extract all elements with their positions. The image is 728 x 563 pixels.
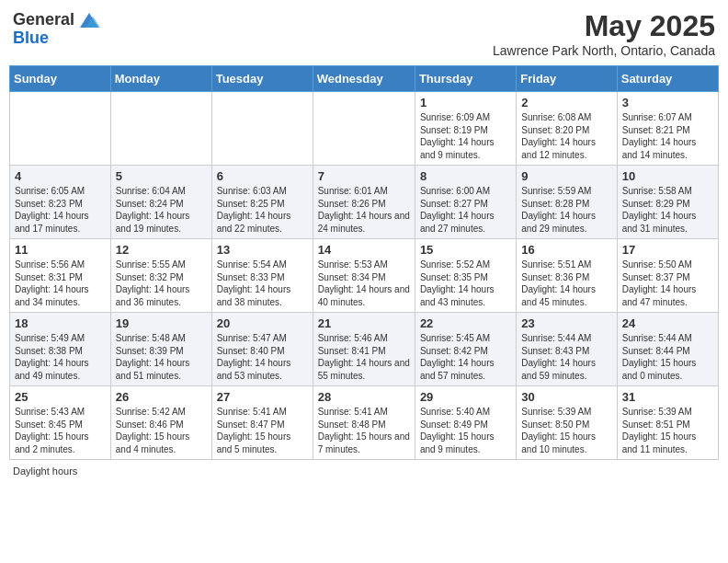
day-number: 16	[521, 243, 611, 257]
cell-content: Sunrise: 6:05 AM Sunset: 8:23 PM Dayligh…	[15, 185, 106, 235]
calendar-cell: 26Sunrise: 5:42 AM Sunset: 8:46 PM Dayli…	[110, 386, 211, 460]
daylight-label: Daylight hours	[13, 465, 77, 477]
calendar-cell: 11Sunrise: 5:56 AM Sunset: 8:31 PM Dayli…	[10, 239, 111, 313]
calendar-cell: 5Sunrise: 6:04 AM Sunset: 8:24 PM Daylig…	[110, 166, 211, 239]
day-number: 11	[15, 243, 106, 257]
day-number: 27	[217, 390, 308, 404]
cell-content: Sunrise: 5:40 AM Sunset: 8:49 PM Dayligh…	[420, 406, 511, 455]
day-number: 3	[622, 96, 713, 109]
calendar-day-header: Friday	[517, 66, 617, 92]
day-number: 30	[521, 390, 611, 404]
cell-content: Sunrise: 6:08 AM Sunset: 8:20 PM Dayligh…	[521, 111, 611, 161]
day-number: 13	[217, 243, 308, 257]
calendar-cell: 15Sunrise: 5:52 AM Sunset: 8:35 PM Dayli…	[415, 239, 516, 313]
day-number: 15	[420, 243, 511, 257]
cell-content: Sunrise: 5:44 AM Sunset: 8:44 PM Dayligh…	[622, 332, 713, 382]
day-number: 22	[420, 316, 511, 330]
calendar-cell: 25Sunrise: 5:43 AM Sunset: 8:45 PM Dayli…	[10, 386, 111, 460]
cell-content: Sunrise: 5:52 AM Sunset: 8:35 PM Dayligh…	[420, 259, 511, 308]
calendar-cell: 20Sunrise: 5:47 AM Sunset: 8:40 PM Dayli…	[211, 313, 313, 386]
calendar-week-row: 18Sunrise: 5:49 AM Sunset: 8:38 PM Dayli…	[10, 313, 719, 386]
cell-content: Sunrise: 5:41 AM Sunset: 8:48 PM Dayligh…	[318, 406, 410, 455]
calendar-cell: 27Sunrise: 5:41 AM Sunset: 8:47 PM Dayli…	[211, 386, 313, 460]
calendar-cell	[110, 92, 211, 166]
calendar-week-row: 4Sunrise: 6:05 AM Sunset: 8:23 PM Daylig…	[10, 166, 719, 239]
logo-general: General	[13, 11, 74, 29]
day-number: 14	[318, 243, 410, 257]
month-title: May 2025	[493, 9, 715, 43]
day-number: 28	[318, 390, 410, 404]
calendar-cell: 10Sunrise: 5:58 AM Sunset: 8:29 PM Dayli…	[617, 166, 718, 239]
calendar-header-row: SundayMondayTuesdayWednesdayThursdayFrid…	[10, 66, 719, 92]
calendar-day-header: Saturday	[617, 66, 718, 92]
day-number: 8	[420, 169, 511, 183]
day-number: 25	[15, 390, 106, 404]
cell-content: Sunrise: 5:59 AM Sunset: 8:28 PM Dayligh…	[521, 185, 611, 235]
calendar-cell: 31Sunrise: 5:39 AM Sunset: 8:51 PM Dayli…	[617, 386, 718, 460]
cell-content: Sunrise: 5:48 AM Sunset: 8:39 PM Dayligh…	[116, 332, 207, 382]
logo: General Blue	[13, 9, 102, 48]
calendar-day-header: Tuesday	[211, 66, 313, 92]
cell-content: Sunrise: 5:41 AM Sunset: 8:47 PM Dayligh…	[217, 406, 308, 455]
day-number: 17	[622, 243, 713, 257]
calendar-day-header: Monday	[110, 66, 211, 92]
calendar-cell	[211, 92, 313, 166]
day-number: 24	[622, 316, 713, 330]
cell-content: Sunrise: 5:55 AM Sunset: 8:32 PM Dayligh…	[116, 259, 207, 308]
day-number: 6	[217, 169, 308, 183]
calendar-cell: 19Sunrise: 5:48 AM Sunset: 8:39 PM Dayli…	[110, 313, 211, 386]
cell-content: Sunrise: 6:01 AM Sunset: 8:26 PM Dayligh…	[318, 185, 410, 235]
logo-blue: Blue	[13, 29, 102, 48]
calendar-cell: 4Sunrise: 6:05 AM Sunset: 8:23 PM Daylig…	[10, 166, 111, 239]
calendar-cell: 7Sunrise: 6:01 AM Sunset: 8:26 PM Daylig…	[313, 166, 415, 239]
calendar-week-row: 1Sunrise: 6:09 AM Sunset: 8:19 PM Daylig…	[10, 92, 719, 166]
logo-icon	[76, 9, 102, 31]
day-number: 10	[622, 169, 713, 183]
title-block: May 2025 Lawrence Park North, Ontario, C…	[493, 9, 715, 58]
calendar-week-row: 11Sunrise: 5:56 AM Sunset: 8:31 PM Dayli…	[10, 239, 719, 313]
cell-content: Sunrise: 5:43 AM Sunset: 8:45 PM Dayligh…	[15, 406, 106, 455]
cell-content: Sunrise: 5:39 AM Sunset: 8:50 PM Dayligh…	[521, 406, 611, 455]
calendar-cell: 30Sunrise: 5:39 AM Sunset: 8:50 PM Dayli…	[517, 386, 617, 460]
calendar-day-header: Thursday	[415, 66, 516, 92]
calendar-cell: 8Sunrise: 6:00 AM Sunset: 8:27 PM Daylig…	[415, 166, 516, 239]
calendar-table: SundayMondayTuesdayWednesdayThursdayFrid…	[9, 65, 719, 460]
cell-content: Sunrise: 6:00 AM Sunset: 8:27 PM Dayligh…	[420, 185, 511, 235]
calendar-week-row: 25Sunrise: 5:43 AM Sunset: 8:45 PM Dayli…	[10, 386, 719, 460]
calendar-cell: 3Sunrise: 6:07 AM Sunset: 8:21 PM Daylig…	[617, 92, 718, 166]
day-number: 31	[622, 390, 713, 404]
footer: Daylight hours	[9, 465, 719, 477]
calendar-cell: 28Sunrise: 5:41 AM Sunset: 8:48 PM Dayli…	[313, 386, 415, 460]
day-number: 29	[420, 390, 511, 404]
location: Lawrence Park North, Ontario, Canada	[493, 43, 715, 58]
day-number: 19	[116, 316, 207, 330]
cell-content: Sunrise: 5:44 AM Sunset: 8:43 PM Dayligh…	[521, 332, 611, 382]
calendar-cell: 18Sunrise: 5:49 AM Sunset: 8:38 PM Dayli…	[10, 313, 111, 386]
cell-content: Sunrise: 5:53 AM Sunset: 8:34 PM Dayligh…	[318, 259, 410, 308]
day-number: 12	[116, 243, 207, 257]
day-number: 18	[15, 316, 106, 330]
day-number: 23	[521, 316, 611, 330]
calendar-cell	[10, 92, 111, 166]
calendar-day-header: Sunday	[10, 66, 111, 92]
cell-content: Sunrise: 6:07 AM Sunset: 8:21 PM Dayligh…	[622, 111, 713, 161]
day-number: 26	[116, 390, 207, 404]
cell-content: Sunrise: 5:58 AM Sunset: 8:29 PM Dayligh…	[622, 185, 713, 235]
calendar-cell: 24Sunrise: 5:44 AM Sunset: 8:44 PM Dayli…	[617, 313, 718, 386]
cell-content: Sunrise: 5:47 AM Sunset: 8:40 PM Dayligh…	[217, 332, 308, 382]
cell-content: Sunrise: 5:42 AM Sunset: 8:46 PM Dayligh…	[116, 406, 207, 455]
calendar-cell	[313, 92, 415, 166]
cell-content: Sunrise: 5:46 AM Sunset: 8:41 PM Dayligh…	[318, 332, 410, 382]
calendar-cell: 21Sunrise: 5:46 AM Sunset: 8:41 PM Dayli…	[313, 313, 415, 386]
calendar-cell: 13Sunrise: 5:54 AM Sunset: 8:33 PM Dayli…	[211, 239, 313, 313]
calendar-cell: 23Sunrise: 5:44 AM Sunset: 8:43 PM Dayli…	[517, 313, 617, 386]
cell-content: Sunrise: 5:39 AM Sunset: 8:51 PM Dayligh…	[622, 406, 713, 455]
cell-content: Sunrise: 6:09 AM Sunset: 8:19 PM Dayligh…	[420, 111, 511, 161]
cell-content: Sunrise: 6:03 AM Sunset: 8:25 PM Dayligh…	[217, 185, 308, 235]
calendar-cell: 14Sunrise: 5:53 AM Sunset: 8:34 PM Dayli…	[313, 239, 415, 313]
cell-content: Sunrise: 5:49 AM Sunset: 8:38 PM Dayligh…	[15, 332, 106, 382]
calendar-cell: 16Sunrise: 5:51 AM Sunset: 8:36 PM Dayli…	[517, 239, 617, 313]
cell-content: Sunrise: 5:50 AM Sunset: 8:37 PM Dayligh…	[622, 259, 713, 308]
calendar-cell: 1Sunrise: 6:09 AM Sunset: 8:19 PM Daylig…	[415, 92, 516, 166]
calendar-cell: 12Sunrise: 5:55 AM Sunset: 8:32 PM Dayli…	[110, 239, 211, 313]
